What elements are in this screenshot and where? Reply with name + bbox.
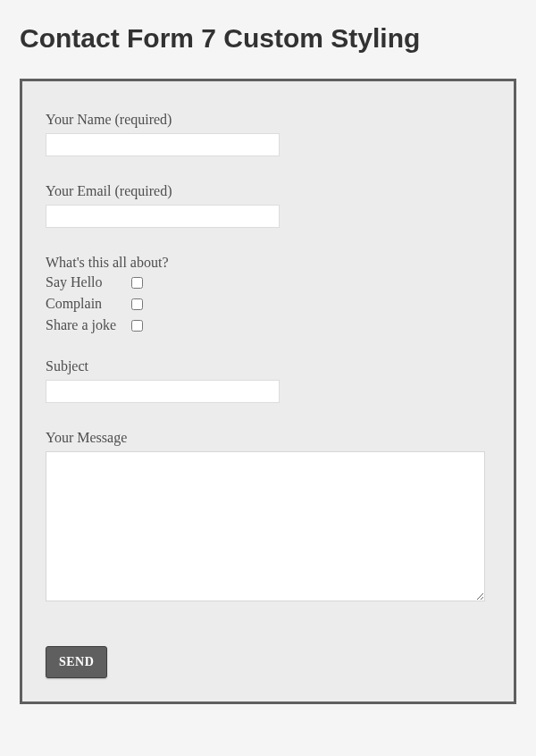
checkbox-row-complain: Complain xyxy=(46,296,490,312)
name-label: Your Name (required) xyxy=(46,112,490,128)
message-textarea[interactable] xyxy=(46,451,485,601)
email-field-group: Your Email (required) xyxy=(46,183,490,228)
about-checkbox-group: What's this all about? Say Hello Complai… xyxy=(46,255,490,333)
subject-input[interactable] xyxy=(46,380,280,403)
say-hello-checkbox[interactable] xyxy=(131,277,143,289)
checkbox-row-share-joke: Share a joke xyxy=(46,317,490,333)
page-title: Contact Form 7 Custom Styling xyxy=(20,23,516,54)
checkbox-row-say-hello: Say Hello xyxy=(46,274,490,290)
checkbox-label: Complain xyxy=(46,296,131,312)
name-input[interactable] xyxy=(46,133,280,156)
about-heading: What's this all about? xyxy=(46,255,490,271)
subject-label: Subject xyxy=(46,358,490,374)
email-label: Your Email (required) xyxy=(46,183,490,199)
share-joke-checkbox[interactable] xyxy=(131,320,143,332)
contact-form: Your Name (required) Your Email (require… xyxy=(20,79,516,704)
name-field-group: Your Name (required) xyxy=(46,112,490,156)
subject-field-group: Subject xyxy=(46,358,490,403)
checkbox-label: Say Hello xyxy=(46,274,131,290)
message-label: Your Message xyxy=(46,430,490,446)
complain-checkbox[interactable] xyxy=(131,298,143,310)
send-button[interactable]: SEND xyxy=(46,646,107,678)
message-field-group: Your Message xyxy=(46,430,490,605)
email-input[interactable] xyxy=(46,205,280,228)
checkbox-label: Share a joke xyxy=(46,317,131,333)
